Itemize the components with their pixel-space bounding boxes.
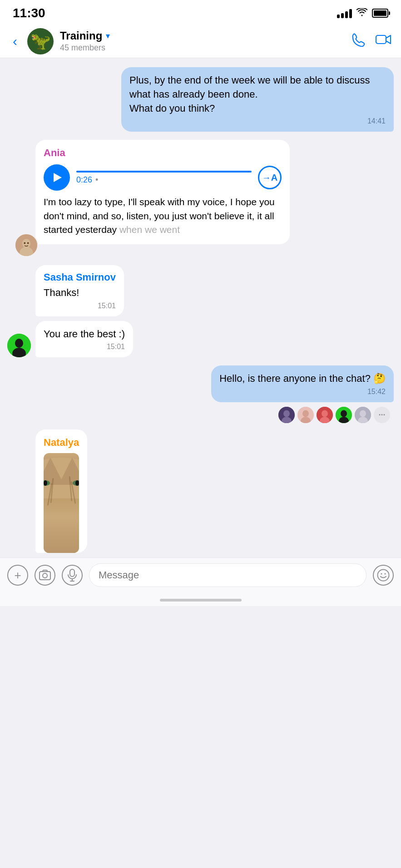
message-text: Thanks! bbox=[44, 286, 116, 300]
voice-transcript: I'm too lazy to type, I'll speak with my… bbox=[44, 195, 282, 237]
seen-row: ··· bbox=[7, 407, 390, 423]
svg-point-13 bbox=[302, 410, 309, 417]
message-time: 14:41 bbox=[129, 117, 386, 125]
svg-point-29 bbox=[378, 570, 389, 581]
seen-avatar bbox=[336, 407, 352, 423]
svg-point-5 bbox=[27, 242, 29, 244]
message-time: 15:01 bbox=[44, 302, 116, 310]
svg-point-7 bbox=[15, 339, 23, 348]
translate-button[interactable]: →A bbox=[258, 166, 282, 189]
group-avatar: 🦖 bbox=[27, 28, 54, 54]
battery-icon bbox=[372, 9, 388, 18]
svg-point-30 bbox=[381, 573, 382, 575]
seen-avatar bbox=[355, 407, 371, 423]
message-text: You are the best :) bbox=[44, 327, 125, 341]
svg-rect-26 bbox=[70, 569, 74, 577]
seen-avatar bbox=[317, 407, 333, 423]
svg-point-25 bbox=[43, 573, 47, 578]
cat-image[interactable] bbox=[44, 453, 79, 553]
more-seen-indicator: ··· bbox=[374, 407, 390, 423]
svg-point-19 bbox=[341, 410, 347, 417]
received-bubble: You are the best :) 15:01 bbox=[35, 321, 133, 358]
members-count: 45 members bbox=[60, 43, 345, 53]
play-button[interactable] bbox=[44, 164, 70, 191]
microphone-button[interactable] bbox=[62, 565, 83, 586]
signal-bars-icon bbox=[337, 8, 352, 18]
message-sender: Natalya bbox=[44, 437, 79, 449]
svg-point-4 bbox=[24, 242, 25, 244]
status-icons bbox=[337, 8, 388, 19]
header-info[interactable]: Training ▾ 45 members bbox=[60, 30, 345, 53]
received-bubble: Sasha Smirnov Thanks! 15:01 bbox=[35, 265, 124, 316]
message-row: Hello, is there anyone in the chat? 🤔 15… bbox=[7, 365, 394, 402]
message-time: 15:42 bbox=[219, 388, 386, 396]
message-row: Sasha Smirnov Thanks! 15:01 bbox=[7, 265, 394, 316]
photo-button[interactable] bbox=[35, 565, 55, 586]
message-time: 15:01 bbox=[44, 343, 125, 351]
voice-player: 0:26 • →A bbox=[44, 164, 282, 191]
avatar bbox=[7, 334, 31, 357]
back-button[interactable]: ‹ bbox=[9, 32, 21, 51]
voice-bubble: Ania 0:26 • →A I'm too lazy to type, I'l… bbox=[35, 140, 290, 244]
message-row: Ania 0:26 • →A I'm too lazy to type, I'l… bbox=[7, 140, 394, 244]
image-bubble: Natalya bbox=[35, 429, 87, 553]
wifi-icon bbox=[356, 8, 367, 19]
phone-icon[interactable] bbox=[351, 32, 366, 50]
home-indicator bbox=[0, 592, 401, 606]
svg-point-31 bbox=[385, 573, 386, 575]
emoji-button[interactable] bbox=[373, 565, 394, 586]
voice-progress: 0:26 • bbox=[76, 171, 252, 185]
svg-rect-0 bbox=[376, 35, 386, 44]
chat-header: ‹ 🦖 Training ▾ 45 members bbox=[0, 25, 401, 58]
input-bar: + bbox=[0, 557, 401, 592]
svg-point-22 bbox=[360, 410, 366, 417]
add-attachment-button[interactable]: + bbox=[7, 565, 28, 586]
group-name: Training bbox=[60, 30, 102, 42]
message-sender: Ania bbox=[44, 147, 282, 159]
video-icon[interactable] bbox=[376, 33, 392, 49]
dot: • bbox=[95, 175, 98, 184]
sent-bubble: Plus, by the end of the week we will be … bbox=[121, 67, 394, 132]
voice-track[interactable] bbox=[76, 171, 252, 173]
chevron-down-icon: ▾ bbox=[106, 31, 110, 41]
message-input[interactable] bbox=[89, 563, 366, 587]
svg-point-2 bbox=[22, 239, 30, 248]
header-actions bbox=[351, 32, 392, 50]
seen-avatar bbox=[297, 407, 314, 423]
message-sender: Sasha Smirnov bbox=[44, 271, 116, 283]
seen-avatar bbox=[278, 407, 295, 423]
chat-area: Plus, by the end of the week we will be … bbox=[0, 58, 401, 557]
svg-point-10 bbox=[283, 410, 290, 417]
message-row: You are the best :) 15:01 bbox=[7, 321, 394, 358]
home-bar bbox=[160, 599, 242, 602]
voice-duration: 0:26 • bbox=[76, 175, 252, 185]
message-row: Natalya bbox=[7, 429, 394, 553]
message-row: Plus, by the end of the week we will be … bbox=[7, 67, 394, 132]
status-time: 11:30 bbox=[13, 6, 45, 20]
message-text: Hello, is there anyone in the chat? 🤔 bbox=[219, 372, 386, 386]
status-bar: 11:30 bbox=[0, 0, 401, 25]
svg-rect-24 bbox=[40, 572, 50, 580]
avatar bbox=[15, 233, 38, 257]
message-text: Plus, by the end of the week we will be … bbox=[129, 74, 386, 115]
sent-bubble: Hello, is there anyone in the chat? 🤔 15… bbox=[211, 365, 394, 402]
svg-point-16 bbox=[322, 410, 328, 417]
